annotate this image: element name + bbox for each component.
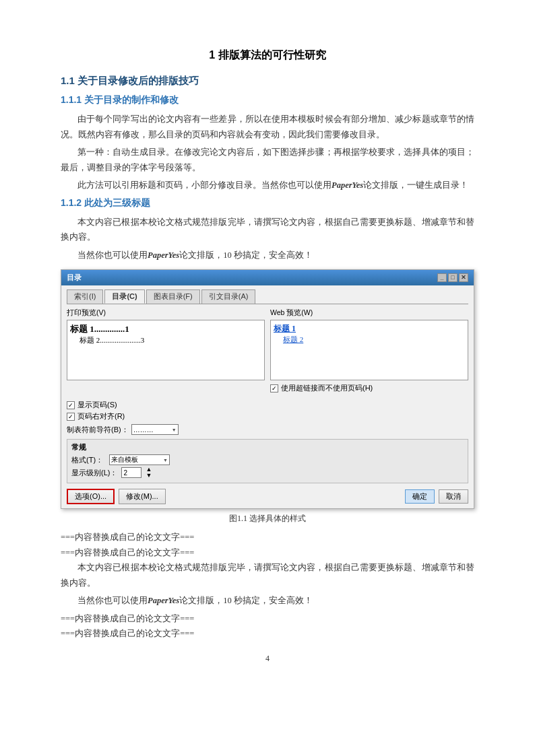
close-icon[interactable]: ✕ bbox=[459, 273, 468, 282]
heading-2: 1.1 关于目录修改后的排版技巧 bbox=[61, 75, 474, 88]
figure-caption: 图1.1 选择具体的样式 bbox=[61, 513, 474, 524]
use-hyperlink-checkbox-row[interactable]: 使用超链接而不使用页码(H) bbox=[270, 383, 468, 393]
print-preview-label: 打印预览(V) bbox=[67, 308, 265, 318]
spinner-up-down[interactable]: ▲▼ bbox=[146, 467, 152, 479]
dialog-tabs: 索引(I) 目录(C) 图表目录(F) 引文目录(A) bbox=[67, 289, 468, 304]
web-preview-label: Web 预览(W) bbox=[270, 308, 468, 318]
right-align-label: 页码右对齐(R) bbox=[77, 411, 125, 421]
cancel-button[interactable]: 取消 bbox=[439, 489, 468, 504]
web-h1: 标题 1 bbox=[274, 323, 465, 335]
placeholder-line-1: ===内容替换成自己的论文文字=== bbox=[61, 530, 474, 545]
web-preview-section: Web 预览(W) 标题 1 标题 2 使用超链接而不使用页码(H) bbox=[270, 308, 468, 396]
show-page-numbers-label: 显示页码(S) bbox=[77, 400, 117, 410]
level-label: 显示级别(L)： bbox=[71, 468, 117, 478]
show-page-numbers-row[interactable]: 显示页码(S) bbox=[67, 400, 468, 410]
dialog-controls[interactable]: _ □ ✕ bbox=[437, 273, 468, 282]
web-h2: 标题 2 bbox=[274, 335, 465, 345]
maximize-icon[interactable]: □ bbox=[448, 273, 458, 282]
tab-leader-arrow[interactable]: ▼ bbox=[172, 427, 177, 432]
paragraph-2: 第一种：自动生成目录。在修改完论文内容后，如下图选择步骤；再根据学校要求，选择具… bbox=[61, 145, 474, 175]
placeholder-line-3: ===内容替换成自己的论文文字=== bbox=[61, 611, 474, 627]
tab-leader-row: 制表符前导符(B)： ……… ▼ bbox=[67, 424, 468, 435]
dialog-title: 目录 bbox=[67, 273, 82, 283]
placeholder-line-4: ===内容替换成自己的论文文字=== bbox=[61, 626, 474, 642]
options-button[interactable]: 选项(O)... bbox=[67, 489, 115, 504]
web-preview-box: 标题 1 标题 2 bbox=[270, 320, 468, 380]
dialog-titlebar: 目录 _ □ ✕ bbox=[61, 270, 474, 285]
dialog-content-area: 打印预览(V) 标题 1..............1 标题 2........… bbox=[67, 308, 468, 396]
dialog-box: 目录 _ □ ✕ 索引(I) 目录(C) 图表目录(F) 引文目录(A) 打印预… bbox=[61, 269, 474, 509]
paragraph-4: 本文内容已根据本校论文格式规范排版完毕，请撰写论文内容，根据自己需要更换标题、增… bbox=[61, 215, 474, 245]
document-page: 1 排版算法的可行性研究 1.1 关于目录修改后的排版技巧 1.1.1 关于目录… bbox=[0, 0, 535, 756]
placeholder-line-2: ===内容替换成自己的论文文字=== bbox=[61, 545, 474, 561]
paragraph-1: 由于每个同学写出的论文内容有一些差异，所以在使用本模板时候会有部分增加、减少标题… bbox=[61, 112, 474, 142]
format-row: 格式(T)： 来自模板 ▼ bbox=[71, 454, 464, 465]
tab-toc[interactable]: 目录(C) bbox=[104, 289, 144, 304]
right-align-checkbox[interactable] bbox=[67, 413, 75, 421]
paragraph-5: 当然你也可以使用PaperYes论文排版，10 秒搞定，安全高效！ bbox=[61, 248, 474, 263]
print-h2: 标题 2......................3 bbox=[70, 335, 261, 345]
format-select[interactable]: 来自模板 ▼ bbox=[109, 454, 170, 465]
heading-3-2: 1.1.2 此处为三级标题 bbox=[61, 197, 474, 209]
paragraph-3: 此方法可以引用标题和页码，小部分修改目录。当然你也可以使用PaperYes论文排… bbox=[61, 178, 474, 193]
general-title: 常规 bbox=[71, 442, 464, 452]
ok-button[interactable]: 确定 bbox=[405, 489, 435, 504]
tab-figure[interactable]: 图表目录(F) bbox=[146, 289, 200, 304]
paragraph-6: 本文内容已根据本校论文格式规范排版完毕，请撰写论文内容，根据自己需要更换标题、增… bbox=[61, 560, 474, 590]
level-row: 显示级别(L)： 2 ▲▼ bbox=[71, 467, 464, 479]
dialog-checkboxes: 显示页码(S) 页码右对齐(R) 制表符前导符(B)： ……… ▼ bbox=[67, 400, 468, 435]
tab-leader-label: 制表符前导符(B)： bbox=[67, 425, 129, 435]
print-preview-box: 标题 1..............1 标题 2................… bbox=[67, 320, 265, 380]
page-number: 4 bbox=[61, 654, 474, 664]
tab-leader-select[interactable]: ……… ▼ bbox=[131, 424, 179, 435]
format-label: 格式(T)： bbox=[71, 455, 105, 465]
paragraph-7: 当然你也可以使用PaperYes论文排版，10 秒搞定，安全高效！ bbox=[61, 593, 474, 609]
general-section: 常规 格式(T)： 来自模板 ▼ 显示级别(L)： 2 ▲▼ bbox=[67, 439, 468, 483]
tab-citation[interactable]: 引文目录(A) bbox=[201, 289, 256, 304]
format-arrow[interactable]: ▼ bbox=[163, 458, 168, 462]
show-page-numbers-checkbox[interactable] bbox=[67, 401, 75, 409]
minimize-icon[interactable]: _ bbox=[437, 273, 447, 282]
dialog-body: 索引(I) 目录(C) 图表目录(F) 引文目录(A) 打印预览(V) 标题 1… bbox=[61, 285, 474, 508]
print-h1: 标题 1..............1 bbox=[70, 323, 261, 335]
heading-3-1: 1.1.1 关于目录的制作和修改 bbox=[61, 94, 474, 106]
use-hyperlink-checkbox[interactable] bbox=[270, 384, 278, 392]
print-preview-section: 打印预览(V) 标题 1..............1 标题 2........… bbox=[67, 308, 265, 396]
level-spinner[interactable]: 2 bbox=[121, 467, 141, 478]
tab-index[interactable]: 索引(I) bbox=[67, 289, 103, 304]
heading-1: 1 排版算法的可行性研究 bbox=[61, 48, 474, 63]
dialog-footer-left: 选项(O)... 修改(M)... bbox=[67, 489, 401, 504]
use-hyperlink-label: 使用超链接而不使用页码(H) bbox=[281, 383, 373, 393]
dialog-footer: 选项(O)... 修改(M)... 确定 取消 bbox=[67, 489, 468, 504]
modify-button[interactable]: 修改(M)... bbox=[119, 489, 166, 504]
right-align-row[interactable]: 页码右对齐(R) bbox=[67, 411, 468, 421]
